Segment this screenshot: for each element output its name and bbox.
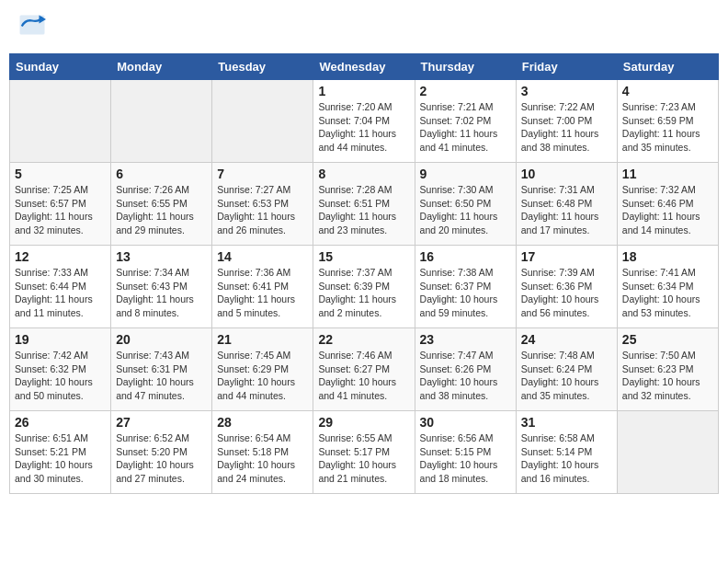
calendar-cell: 3Sunrise: 7:22 AM Sunset: 7:00 PM Daylig… xyxy=(516,80,617,163)
calendar-cell: 2Sunrise: 7:21 AM Sunset: 7:02 PM Daylig… xyxy=(415,80,516,163)
day-number: 25 xyxy=(622,332,713,347)
day-number: 7 xyxy=(217,167,308,181)
day-number: 8 xyxy=(318,167,409,181)
day-info: Sunrise: 7:28 AM Sunset: 6:51 PM Dayligh… xyxy=(318,183,409,237)
calendar-cell: 29Sunrise: 6:55 AM Sunset: 5:17 PM Dayli… xyxy=(313,411,415,494)
day-number: 1 xyxy=(318,84,409,98)
day-of-week-header: Saturday xyxy=(617,54,718,80)
logo-icon xyxy=(18,14,46,41)
day-number: 14 xyxy=(217,249,308,264)
day-info: Sunrise: 6:58 AM Sunset: 5:14 PM Dayligh… xyxy=(521,431,612,486)
day-info: Sunrise: 7:36 AM Sunset: 6:41 PM Dayligh… xyxy=(217,266,308,320)
day-number: 13 xyxy=(116,249,207,264)
calendar-cell: 28Sunrise: 6:54 AM Sunset: 5:18 PM Dayli… xyxy=(212,411,313,494)
calendar-cell xyxy=(10,80,111,163)
day-of-week-header: Sunday xyxy=(10,54,111,80)
calendar-cell: 22Sunrise: 7:46 AM Sunset: 6:27 PM Dayli… xyxy=(313,328,415,411)
day-number: 15 xyxy=(318,249,409,264)
day-info: Sunrise: 7:22 AM Sunset: 7:00 PM Dayligh… xyxy=(521,100,612,155)
day-number: 23 xyxy=(420,332,511,347)
day-number: 26 xyxy=(15,415,106,430)
calendar-cell: 1Sunrise: 7:20 AM Sunset: 7:04 PM Daylig… xyxy=(313,80,415,163)
day-info: Sunrise: 6:56 AM Sunset: 5:15 PM Dayligh… xyxy=(420,431,511,486)
day-number: 6 xyxy=(116,167,207,181)
calendar-cell xyxy=(212,80,313,163)
day-info: Sunrise: 7:27 AM Sunset: 6:53 PM Dayligh… xyxy=(217,183,308,237)
day-info: Sunrise: 7:39 AM Sunset: 6:36 PM Dayligh… xyxy=(521,266,612,320)
day-number: 22 xyxy=(318,332,409,347)
day-info: Sunrise: 7:46 AM Sunset: 6:27 PM Dayligh… xyxy=(318,349,409,403)
day-of-week-header: Wednesday xyxy=(313,54,415,80)
day-number: 9 xyxy=(420,167,511,181)
day-of-week-header: Thursday xyxy=(415,54,516,80)
day-number: 20 xyxy=(116,332,207,347)
calendar-cell: 12Sunrise: 7:33 AM Sunset: 6:44 PM Dayli… xyxy=(10,246,111,328)
day-info: Sunrise: 6:51 AM Sunset: 5:21 PM Dayligh… xyxy=(15,431,106,486)
page-header xyxy=(9,9,719,46)
day-info: Sunrise: 6:55 AM Sunset: 5:17 PM Dayligh… xyxy=(318,431,409,486)
calendar-cell: 6Sunrise: 7:26 AM Sunset: 6:55 PM Daylig… xyxy=(111,163,212,246)
day-info: Sunrise: 7:30 AM Sunset: 6:50 PM Dayligh… xyxy=(420,183,511,237)
calendar-cell: 21Sunrise: 7:45 AM Sunset: 6:29 PM Dayli… xyxy=(212,328,313,411)
day-number: 28 xyxy=(217,415,308,430)
calendar-week-row: 1Sunrise: 7:20 AM Sunset: 7:04 PM Daylig… xyxy=(10,80,719,163)
day-number: 18 xyxy=(622,249,713,264)
calendar-cell: 14Sunrise: 7:36 AM Sunset: 6:41 PM Dayli… xyxy=(212,246,313,328)
day-number: 16 xyxy=(420,249,511,264)
day-number: 4 xyxy=(622,84,713,98)
calendar-cell: 15Sunrise: 7:37 AM Sunset: 6:39 PM Dayli… xyxy=(313,246,415,328)
day-info: Sunrise: 7:21 AM Sunset: 7:02 PM Dayligh… xyxy=(420,100,511,155)
day-number: 17 xyxy=(521,249,612,264)
day-of-week-header: Monday xyxy=(111,54,212,80)
calendar-cell: 31Sunrise: 6:58 AM Sunset: 5:14 PM Dayli… xyxy=(516,411,617,494)
day-info: Sunrise: 7:48 AM Sunset: 6:24 PM Dayligh… xyxy=(521,349,612,403)
day-number: 2 xyxy=(420,84,511,98)
calendar-cell xyxy=(617,411,718,494)
calendar-cell: 25Sunrise: 7:50 AM Sunset: 6:23 PM Dayli… xyxy=(617,328,718,411)
calendar-cell: 7Sunrise: 7:27 AM Sunset: 6:53 PM Daylig… xyxy=(212,163,313,246)
calendar-cell: 5Sunrise: 7:25 AM Sunset: 6:57 PM Daylig… xyxy=(10,163,111,246)
calendar: SundayMondayTuesdayWednesdayThursdayFrid… xyxy=(9,53,719,494)
calendar-week-row: 26Sunrise: 6:51 AM Sunset: 5:21 PM Dayli… xyxy=(10,411,719,494)
day-number: 27 xyxy=(116,415,207,430)
day-info: Sunrise: 7:38 AM Sunset: 6:37 PM Dayligh… xyxy=(420,266,511,320)
day-number: 11 xyxy=(622,167,713,181)
day-info: Sunrise: 7:31 AM Sunset: 6:48 PM Dayligh… xyxy=(521,183,612,237)
day-number: 10 xyxy=(521,167,612,181)
calendar-cell: 24Sunrise: 7:48 AM Sunset: 6:24 PM Dayli… xyxy=(516,328,617,411)
day-number: 29 xyxy=(318,415,409,430)
day-number: 24 xyxy=(521,332,612,347)
calendar-cell: 10Sunrise: 7:31 AM Sunset: 6:48 PM Dayli… xyxy=(516,163,617,246)
day-info: Sunrise: 7:37 AM Sunset: 6:39 PM Dayligh… xyxy=(318,266,409,320)
calendar-cell: 19Sunrise: 7:42 AM Sunset: 6:32 PM Dayli… xyxy=(10,328,111,411)
day-info: Sunrise: 7:50 AM Sunset: 6:23 PM Dayligh… xyxy=(622,349,713,403)
day-number: 21 xyxy=(217,332,308,347)
calendar-week-row: 19Sunrise: 7:42 AM Sunset: 6:32 PM Dayli… xyxy=(10,328,719,411)
day-of-week-header: Tuesday xyxy=(212,54,313,80)
calendar-cell: 4Sunrise: 7:23 AM Sunset: 6:59 PM Daylig… xyxy=(617,80,718,163)
day-info: Sunrise: 6:54 AM Sunset: 5:18 PM Dayligh… xyxy=(217,431,308,486)
calendar-cell: 16Sunrise: 7:38 AM Sunset: 6:37 PM Dayli… xyxy=(415,246,516,328)
day-info: Sunrise: 7:20 AM Sunset: 7:04 PM Dayligh… xyxy=(318,100,409,155)
calendar-cell: 26Sunrise: 6:51 AM Sunset: 5:21 PM Dayli… xyxy=(10,411,111,494)
day-info: Sunrise: 7:43 AM Sunset: 6:31 PM Dayligh… xyxy=(116,349,207,403)
day-info: Sunrise: 7:23 AM Sunset: 6:59 PM Dayligh… xyxy=(622,100,713,155)
calendar-cell: 13Sunrise: 7:34 AM Sunset: 6:43 PM Dayli… xyxy=(111,246,212,328)
calendar-cell: 27Sunrise: 6:52 AM Sunset: 5:20 PM Dayli… xyxy=(111,411,212,494)
day-number: 30 xyxy=(420,415,511,430)
day-info: Sunrise: 7:45 AM Sunset: 6:29 PM Dayligh… xyxy=(217,349,308,403)
day-info: Sunrise: 7:25 AM Sunset: 6:57 PM Dayligh… xyxy=(15,183,106,237)
calendar-header-row: SundayMondayTuesdayWednesdayThursdayFrid… xyxy=(10,54,719,80)
day-info: Sunrise: 6:52 AM Sunset: 5:20 PM Dayligh… xyxy=(116,431,207,486)
day-info: Sunrise: 7:33 AM Sunset: 6:44 PM Dayligh… xyxy=(15,266,106,320)
day-info: Sunrise: 7:47 AM Sunset: 6:26 PM Dayligh… xyxy=(420,349,511,403)
day-info: Sunrise: 7:34 AM Sunset: 6:43 PM Dayligh… xyxy=(116,266,207,320)
day-number: 5 xyxy=(15,167,106,181)
logo xyxy=(18,14,50,41)
day-info: Sunrise: 7:42 AM Sunset: 6:32 PM Dayligh… xyxy=(15,349,106,403)
day-info: Sunrise: 7:32 AM Sunset: 6:46 PM Dayligh… xyxy=(622,183,713,237)
calendar-cell: 9Sunrise: 7:30 AM Sunset: 6:50 PM Daylig… xyxy=(415,163,516,246)
calendar-week-row: 5Sunrise: 7:25 AM Sunset: 6:57 PM Daylig… xyxy=(10,163,719,246)
calendar-cell: 17Sunrise: 7:39 AM Sunset: 6:36 PM Dayli… xyxy=(516,246,617,328)
calendar-cell xyxy=(111,80,212,163)
